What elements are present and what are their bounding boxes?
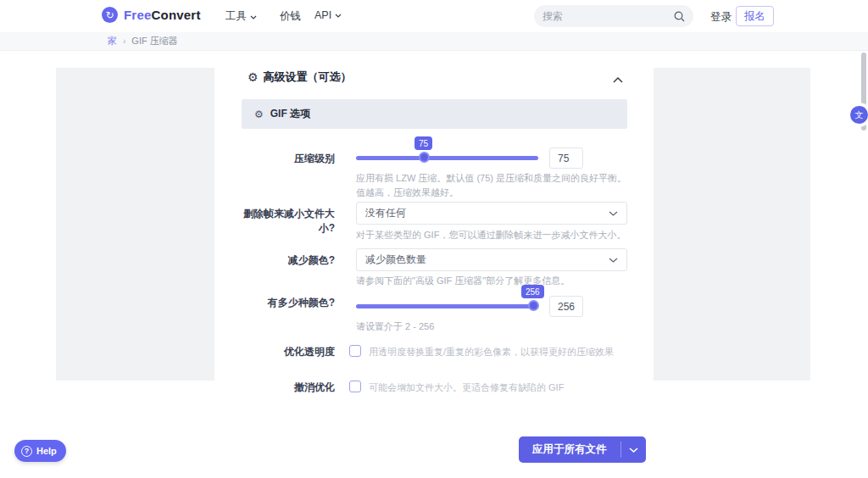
question-mark-icon: ?	[21, 446, 32, 457]
translate-badge-icon[interactable]: 文	[850, 106, 868, 124]
optimize-transparency-label: 优化透明度	[229, 345, 335, 359]
page: ↻ FreeConvert 工具 价钱 API 登录 报名 家 › GIF 压缩…	[0, 0, 868, 478]
compression-level-help: 应用有损 LZW 压缩。默认值 (75) 是压缩和质量之间的良好平衡。值越高，压…	[356, 171, 629, 200]
chevron-down-icon	[609, 258, 618, 263]
compression-slider-thumb[interactable]	[419, 152, 430, 163]
color-count-input[interactable]	[549, 296, 583, 317]
color-count-help: 请设置介于 2 - 256	[356, 320, 629, 334]
help-button[interactable]: ? Help	[14, 440, 66, 462]
chevron-down-icon	[250, 15, 257, 19]
brand-name: FreeConvert	[124, 8, 201, 22]
chevron-down-icon	[629, 447, 638, 453]
undo-optimization-text: 可能会增加文件大小。更适合修复有缺陷的 GIF	[369, 381, 627, 394]
color-count-slider[interactable]: 256	[356, 304, 538, 308]
optimize-transparency-checkbox[interactable]	[349, 345, 361, 357]
signup-button[interactable]: 报名	[736, 6, 774, 26]
nav-menu-api[interactable]: API	[314, 9, 342, 21]
breadcrumb-home-link[interactable]: 家	[108, 35, 117, 47]
apply-options-dropdown[interactable]	[621, 436, 646, 463]
color-count-label: 有多少种颜色?	[229, 296, 335, 310]
breadcrumb: 家 › GIF 压缩器	[0, 32, 868, 51]
chevron-down-icon	[609, 211, 618, 216]
optimize-transparency-text: 用透明度替换重复/重复的彩色像素，以获得更好的压缩效果	[369, 346, 627, 358]
chevron-down-icon	[335, 14, 342, 18]
login-link[interactable]: 登录	[710, 10, 732, 25]
reduce-colors-select[interactable]: 减少颜色数量	[356, 248, 627, 271]
drop-frames-select[interactable]: 没有任何	[356, 202, 627, 225]
drop-frames-help: 对于某些类型的 GIF，您可以通过删除帧来进一步减小文件大小。	[356, 228, 629, 242]
gif-options-section-header: ⚙ GIF 选项	[242, 99, 627, 129]
freeconvert-logo-icon: ↻	[102, 7, 118, 23]
color-count-slider-thumb[interactable]	[528, 300, 539, 311]
compression-slider-tooltip: 75	[415, 136, 432, 150]
drop-frames-label: 删除帧来减小文件大小?	[229, 207, 335, 236]
breadcrumb-separator: ›	[123, 36, 125, 46]
reduce-colors-label: 减少颜色?	[229, 253, 335, 268]
left-ad-placeholder	[56, 68, 214, 381]
gear-icon: ⚙	[248, 71, 259, 83]
color-count-slider-tooltip: 256	[521, 285, 544, 298]
chevron-up-icon	[613, 77, 623, 83]
compression-level-slider[interactable]: 75	[356, 156, 538, 160]
compression-level-input[interactable]	[549, 147, 583, 169]
brand-logo[interactable]: ↻ FreeConvert	[102, 7, 201, 23]
undo-optimization-label: 撤消优化	[229, 381, 335, 395]
nav-menu-tools[interactable]: 工具	[225, 9, 257, 24]
right-ad-placeholder	[654, 68, 810, 381]
top-navbar: ↻ FreeConvert 工具 价钱 API 登录 报名	[0, 0, 868, 32]
search-icon[interactable]	[674, 11, 685, 22]
apply-to-all-files-button[interactable]: 应用于所有文件	[519, 436, 646, 463]
reduce-colors-help: 请参阅下面的"高级 GIF 压缩器"部分了解更多信息。	[356, 274, 629, 288]
advanced-settings-header[interactable]: ⚙ 高级设置（可选）	[242, 69, 627, 86]
gear-icon: ⚙	[254, 109, 264, 119]
compression-level-label: 压缩级别	[229, 152, 335, 166]
search-box	[534, 5, 693, 27]
advanced-settings-title: ⚙ 高级设置（可选）	[248, 69, 352, 85]
undo-optimization-checkbox[interactable]	[349, 381, 361, 392]
nav-menu-pricing[interactable]: 价钱	[280, 9, 301, 24]
breadcrumb-current: GIF 压缩器	[131, 35, 177, 47]
search-input[interactable]	[542, 10, 674, 22]
collapse-toggle[interactable]	[613, 71, 623, 86]
